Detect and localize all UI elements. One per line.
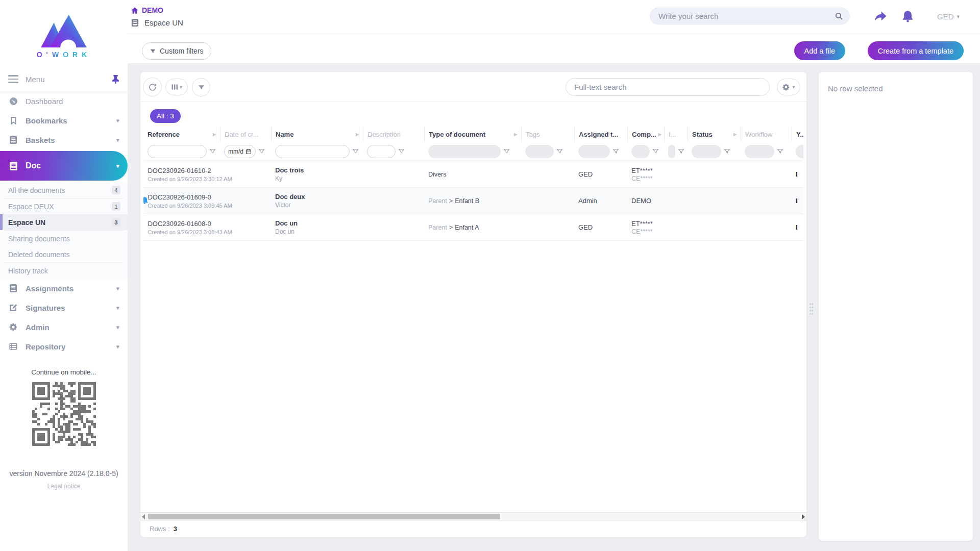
columns-icon xyxy=(171,83,179,91)
top-bar: DEMO Espace UN GED ▾ Custom filters Add … xyxy=(128,0,980,63)
breadcrumb-home[interactable]: DEMO xyxy=(131,6,163,14)
funnel-icon[interactable] xyxy=(209,148,216,155)
filter-select-y[interactable] xyxy=(796,145,803,158)
document-created: Created on 9/26/2023 3:08:43 AM xyxy=(148,229,232,235)
sidebar-item-label: Admin xyxy=(26,323,116,332)
table-toolbar: ▾ ▾ xyxy=(140,72,806,102)
column-header-y[interactable]: Y... xyxy=(792,127,803,142)
scroll-right-arrow-icon[interactable] xyxy=(802,514,805,519)
table-row[interactable]: DOC230926-01610-2 Created on 9/26/2023 3… xyxy=(143,161,803,188)
filter-select-tags[interactable] xyxy=(525,145,554,158)
filter-select-workflow[interactable] xyxy=(745,145,774,158)
funnel-icon[interactable] xyxy=(398,148,405,155)
funnel-icon[interactable] xyxy=(503,148,510,155)
chevron-down-icon: ▾ xyxy=(116,285,119,292)
funnel-icon[interactable] xyxy=(612,148,619,155)
filter-select-i[interactable] xyxy=(668,145,675,158)
book-icon xyxy=(8,161,18,171)
bookmark-icon xyxy=(8,116,18,125)
filter-button[interactable] xyxy=(192,78,210,96)
sort-caret-icon: ▸ xyxy=(733,131,737,138)
legal-notice-link[interactable]: Legal notice xyxy=(0,483,128,490)
filter-select-assigned[interactable] xyxy=(578,145,610,158)
sidebar-item-doc[interactable]: Doc ▾ xyxy=(0,151,128,181)
document-reference: DOC230926-01609-0 xyxy=(148,193,232,201)
sidebar-item-espace-deux[interactable]: Espace DEUX 1 xyxy=(0,198,128,214)
column-header-i[interactable]: I... xyxy=(664,127,688,142)
column-header-company[interactable]: Comp...▸ xyxy=(627,127,664,142)
global-search-input[interactable] xyxy=(658,12,835,20)
sidebar-item-signatures[interactable]: Signatures ▾ xyxy=(0,298,128,317)
scroll-left-arrow-icon[interactable] xyxy=(142,514,145,519)
sidebar-item-assignments[interactable]: Assignments ▾ xyxy=(0,279,128,298)
filter-select-company[interactable] xyxy=(631,145,650,158)
create-from-template-button[interactable]: Create from a template xyxy=(868,41,964,60)
funnel-icon[interactable] xyxy=(258,148,265,155)
custom-filters-button[interactable]: Custom filters xyxy=(142,42,211,60)
column-header-assigned-to[interactable]: Assigned t... xyxy=(574,127,627,142)
sidebar-item-deleted-documents[interactable]: Deleted documents xyxy=(0,246,128,262)
table-filter-row: mm/d xyxy=(143,142,803,161)
filter-input-reference[interactable] xyxy=(148,145,207,158)
document-name: Doc un xyxy=(275,219,359,227)
sidebar-item-espace-un[interactable]: Espace UN 3 xyxy=(0,214,128,230)
home-icon xyxy=(131,7,139,14)
document-company-1: ET***** xyxy=(631,220,660,228)
filter-input-description[interactable] xyxy=(367,145,396,158)
count-badge: 3 xyxy=(112,218,120,227)
funnel-icon[interactable] xyxy=(777,148,783,155)
table-row[interactable]: w DOC230926-01609-0 Created on 9/26/2023… xyxy=(143,188,803,214)
document-subname: Victor xyxy=(275,202,359,209)
sidebar-item-admin[interactable]: Admin ▾ xyxy=(0,317,128,337)
columns-button[interactable]: ▾ xyxy=(165,79,188,95)
book-icon xyxy=(8,284,18,293)
column-header-description[interactable]: Description xyxy=(363,127,424,142)
custom-filters-label: Custom filters xyxy=(160,47,204,55)
document-type: Parent>Enfant B xyxy=(428,197,517,205)
column-header-workflow[interactable]: Workflow xyxy=(741,127,792,142)
pin-sidebar-icon[interactable] xyxy=(112,75,119,84)
column-header-name[interactable]: Name▸ xyxy=(271,127,363,142)
search-icon[interactable] xyxy=(835,12,843,20)
document-created: Created on 9/26/2023 3:09:45 AM xyxy=(148,203,232,209)
sidebar-item-dashboard[interactable]: Dashboard xyxy=(0,91,128,111)
notifications-bell-icon[interactable] xyxy=(901,9,915,26)
hamburger-menu-icon[interactable] xyxy=(8,75,18,83)
sidebar-item-all-documents[interactable]: All the documents 4 xyxy=(0,182,128,198)
column-header-type-of-document[interactable]: Type of document▸ xyxy=(424,127,521,142)
filter-select-type[interactable] xyxy=(428,145,501,158)
user-menu-dropdown[interactable]: GED ▾ xyxy=(937,12,960,21)
table-settings-button[interactable]: ▾ xyxy=(777,79,800,95)
sidebar-item-sharing-documents[interactable]: Sharing documents xyxy=(0,231,128,246)
table-viewport: Reference▸ Date of cr... Name▸ Descripti… xyxy=(143,127,803,512)
column-header-status[interactable]: Status▸ xyxy=(688,127,741,142)
sidebar-item-repository[interactable]: Repository ▾ xyxy=(0,337,128,356)
column-header-date-of-creation[interactable]: Date of cr... xyxy=(220,127,271,142)
tab-all-documents[interactable]: All : 3 xyxy=(150,109,181,123)
refresh-button[interactable] xyxy=(143,78,162,96)
column-header-reference[interactable]: Reference▸ xyxy=(143,127,220,142)
funnel-icon[interactable] xyxy=(352,148,359,155)
fulltext-search-input[interactable] xyxy=(574,83,761,91)
sidebar-item-bookmarks[interactable]: Bookmarks ▾ xyxy=(0,111,128,130)
scrollbar-thumb[interactable] xyxy=(148,514,500,519)
column-header-tags[interactable]: Tags xyxy=(521,127,574,142)
add-file-button[interactable]: Add a file xyxy=(794,41,845,60)
share-icon[interactable] xyxy=(873,9,888,26)
filter-date-input[interactable]: mm/d xyxy=(224,145,256,158)
sidebar-item-label: Sharing documents xyxy=(8,235,120,243)
sidebar-item-history-track[interactable]: History track xyxy=(0,263,128,279)
filter-select-status[interactable] xyxy=(692,145,721,158)
document-subname: Ky xyxy=(275,175,359,182)
table-row[interactable]: DOC230926-01608-0 Created on 9/26/2023 3… xyxy=(143,214,803,241)
panel-resize-handle[interactable] xyxy=(809,302,814,318)
funnel-icon[interactable] xyxy=(724,148,730,155)
fulltext-search xyxy=(566,78,770,96)
table-header-row: Reference▸ Date of cr... Name▸ Descripti… xyxy=(143,127,803,142)
funnel-icon[interactable] xyxy=(652,148,659,155)
funnel-icon[interactable] xyxy=(556,148,563,155)
horizontal-scrollbar[interactable] xyxy=(140,512,806,520)
funnel-icon[interactable] xyxy=(678,148,684,155)
filter-input-name[interactable] xyxy=(275,145,350,158)
sidebar-item-baskets[interactable]: Baskets ▾ xyxy=(0,130,128,149)
